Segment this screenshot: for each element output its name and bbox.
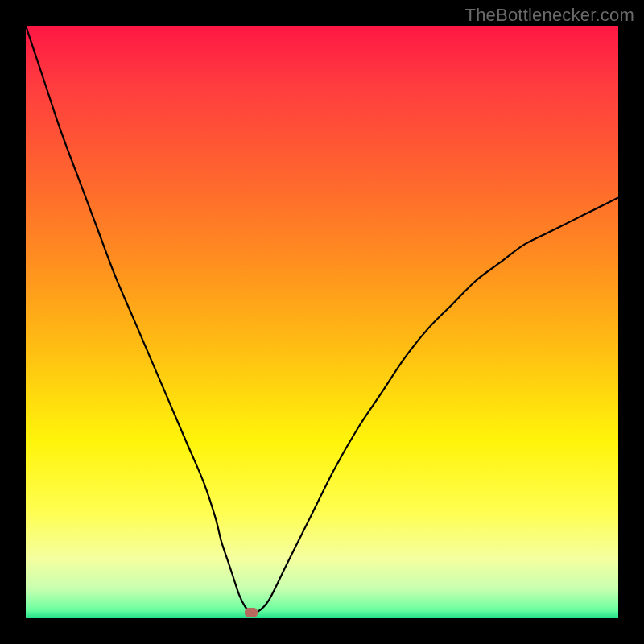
chart-frame: TheBottlenecker.com	[0, 0, 644, 644]
optimal-point-marker	[245, 608, 258, 617]
plot-area	[26, 26, 618, 618]
gradient-background	[26, 26, 618, 618]
svg-rect-0	[26, 26, 618, 618]
watermark-text: TheBottlenecker.com	[465, 5, 634, 26]
